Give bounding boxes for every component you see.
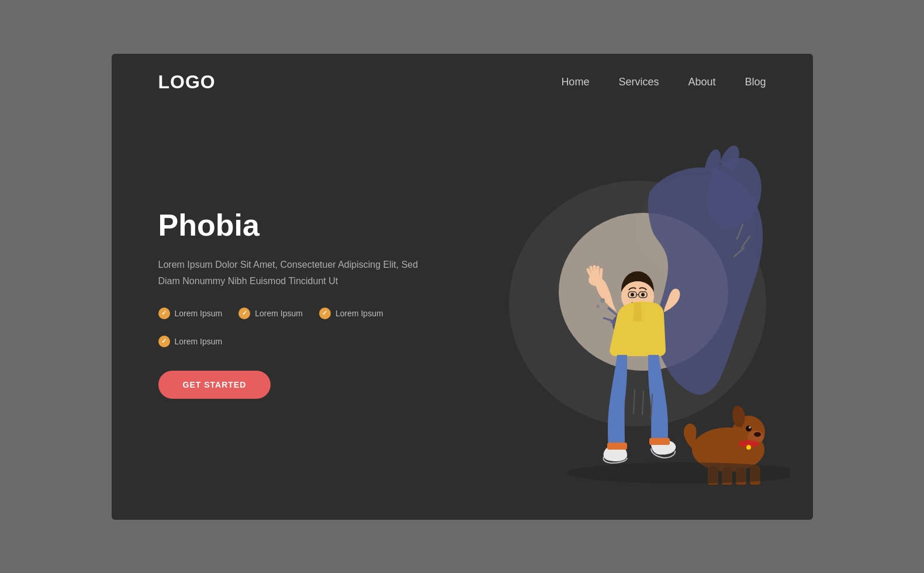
svg-rect-14 [649,438,670,445]
hero-illustration [462,122,790,485]
hero-title: Phobia [158,208,462,243]
page-wrapper: LOGO Home Services About Blog Phobia Lor… [112,54,813,520]
svg-rect-13 [607,443,627,450]
svg-point-8 [641,293,645,296]
check-icon-1 [158,308,170,319]
checklist-label-4: Lorem Ipsum [175,337,223,346]
svg-point-20 [749,426,751,429]
navigation: Home Services About Blog [561,76,766,88]
svg-point-32 [596,305,600,308]
checklist-label-1: Lorem Ipsum [175,309,223,318]
main-content: Phobia Lorem Ipsum Dolor Sit Amet, Conse… [112,105,813,520]
hero-description: Lorem Ipsum Dolor Sit Amet, Consectetuer… [158,257,439,288]
svg-point-22 [746,445,751,450]
nav-item-blog[interactable]: Blog [745,76,766,88]
checklist-item-4: Lorem Ipsum [158,336,223,347]
nav-item-services[interactable]: Services [618,76,659,88]
svg-point-27 [567,462,790,484]
logo: LOGO [158,71,216,93]
check-icon-3 [319,308,331,319]
checklist-item-1: Lorem Ipsum [158,308,223,319]
nav-item-home[interactable]: Home [561,76,589,88]
svg-point-7 [631,293,634,296]
cta-button[interactable]: GET STARTED [158,371,271,399]
svg-point-19 [746,426,752,432]
svg-point-31 [600,298,605,303]
header: LOGO Home Services About Blog [112,54,813,105]
checklist: Lorem Ipsum Lorem Ipsum Lorem Ipsum Lore… [158,308,462,347]
hero-right [462,122,790,485]
nav-item-about[interactable]: About [688,76,715,88]
svg-point-18 [754,432,761,437]
checklist-item-3: Lorem Ipsum [319,308,383,319]
check-icon-4 [158,336,170,347]
checklist-item-2: Lorem Ipsum [238,308,303,319]
checklist-label-3: Lorem Ipsum [335,309,383,318]
check-icon-2 [238,308,250,319]
hero-left: Phobia Lorem Ipsum Dolor Sit Amet, Conse… [158,208,462,398]
checklist-label-2: Lorem Ipsum [255,309,303,318]
